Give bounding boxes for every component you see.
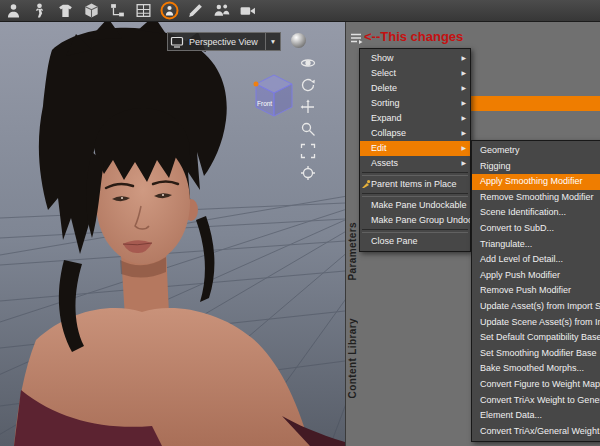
surfaces-icon[interactable] [134,1,153,20]
submenu-item-set-smoothing-modifier-base[interactable]: Set Smoothing Modifier Base [472,346,600,362]
menu-separator [362,172,468,176]
menu-item-assets[interactable]: Assets▶ [360,156,470,171]
submenu-arrow-icon: ▶ [461,141,466,156]
submenu-item-element-data[interactable]: Element Data... [472,408,600,424]
submenu-item-bake-smoothed-morphs[interactable]: Bake Smoothed Morphs... [472,361,600,377]
orientation-cube-gizmo[interactable]: Front [246,70,300,120]
submenu-item-convert-triax-general-weight[interactable]: Convert TriAx/General Weight to... [472,424,600,440]
tab-content-library[interactable]: Content Library [347,318,358,398]
submenu-arrow-icon: ▶ [461,156,466,171]
shaded-style-icon[interactable] [291,33,306,48]
orbit-icon[interactable] [300,55,316,71]
annotation-this-changes: <--This changes [364,29,463,44]
pan-icon[interactable] [300,99,316,115]
submenu-item-update-scene-assets-from-import[interactable]: Update Scene Asset(s) from Import... [472,315,600,331]
view-selector-label: Perspective View [186,37,265,47]
pose-icon[interactable] [30,1,49,20]
submenu-item-add-level-of-detail[interactable]: Add Level of Detail... [472,252,600,268]
props-icon[interactable] [82,1,101,20]
parent-in-place-icon [361,179,371,192]
submenu-item-convert-triax-weight-to-general[interactable]: Convert TriAx Weight to General... [472,393,600,409]
frame-icon[interactable] [300,143,316,159]
menu-item-show[interactable]: Show▶ [360,51,470,66]
view-selector[interactable]: Perspective View ▼ [167,32,281,51]
submenu-arrow-icon: ▶ [461,81,466,96]
scene-selected-item-highlight[interactable] [471,96,600,111]
submenu-item-apply-smoothing-modifier[interactable]: Apply Smoothing Modifier [472,174,600,190]
menu-item-edit[interactable]: Edit▶ [360,141,470,156]
submenu-item-remove-push-modifier[interactable]: Remove Push Modifier [472,283,600,299]
gizmo-face-label: Front [257,100,272,107]
submenu-item-triangulate[interactable]: Triangulate... [472,237,600,253]
menu-item-sorting[interactable]: Sorting▶ [360,96,470,111]
viewport-icon [168,35,186,49]
submenu-item-rigging[interactable]: Rigging [472,159,600,175]
menu-item-select[interactable]: Select▶ [360,66,470,81]
submenu-item-convert-to-subd[interactable]: Convert to SubD... [472,221,600,237]
submenu-arrow-icon: ▶ [461,111,466,126]
submenu-item-scene-identification[interactable]: Scene Identification... [472,205,600,221]
viewport-camera-tools [300,55,316,181]
menu-item-make-pane-undockable[interactable]: Make Pane Undockable [360,198,470,213]
submenu-item-apply-push-modifier[interactable]: Apply Push Modifier [472,268,600,284]
menu-item-expand[interactable]: Expand▶ [360,111,470,126]
menu-separator [362,193,468,197]
submenu-item-update-assets-from-import-source[interactable]: Update Asset(s) from Import Source [472,299,600,315]
menu-item-close-pane[interactable]: Close Pane [360,234,470,249]
submenu-item-set-default-compatibility-bases[interactable]: Set Default Compatibility Bases... [472,330,600,346]
tab-parameters[interactable]: Parameters [347,222,358,280]
scene-pane-context-menu: Show▶ Select▶ Delete▶ Sorting▶ Expand▶ C… [359,48,471,252]
menu-separator [362,229,468,233]
daz-studio-window: Perspective View ▼ Front [0,0,600,446]
paint-icon[interactable] [186,1,205,20]
menu-item-delete[interactable]: Delete▶ [360,81,470,96]
submenu-arrow-icon: ▶ [461,66,466,81]
submenu-arrow-icon: ▶ [461,126,466,141]
rotate-icon[interactable] [300,77,316,93]
submenu-item-convert-figure-to-weight-mapping[interactable]: Convert Figure to Weight Mapping... [472,377,600,393]
render-camera-icon[interactable] [238,1,257,20]
gizmo-corner-marker [254,82,259,87]
pane-options-icon[interactable] [349,31,363,49]
submenu-arrow-icon: ▶ [461,96,466,111]
submenu-arrow-icon: ▶ [461,51,466,66]
aim-icon[interactable] [300,165,316,181]
active-tool-icon[interactable] [160,1,179,20]
menu-item-make-pane-group-undockable[interactable]: Make Pane Group Undockable [360,213,470,228]
menu-item-parent-items-in-place[interactable]: Parent Items in Place [360,177,470,192]
menu-item-collapse[interactable]: Collapse▶ [360,126,470,141]
zoom-icon[interactable] [300,121,316,137]
people-icon[interactable] [212,1,231,20]
scene-list-icon[interactable] [108,1,127,20]
scene-pane: <--This changes Parameters Content Libra… [345,22,600,446]
actor-icon[interactable] [4,1,23,20]
submenu-item-geometry[interactable]: Geometry [472,143,600,159]
submenu-item-remove-smoothing-modifier[interactable]: Remove Smoothing Modifier [472,190,600,206]
view-selector-dropdown-arrow[interactable]: ▼ [265,33,280,50]
edit-submenu: Geometry Rigging Apply Smoothing Modifie… [471,140,600,442]
viewport-canvas[interactable]: Perspective View ▼ Front [0,22,345,446]
wardrobe-icon[interactable] [56,1,75,20]
main-toolbar [0,0,600,22]
